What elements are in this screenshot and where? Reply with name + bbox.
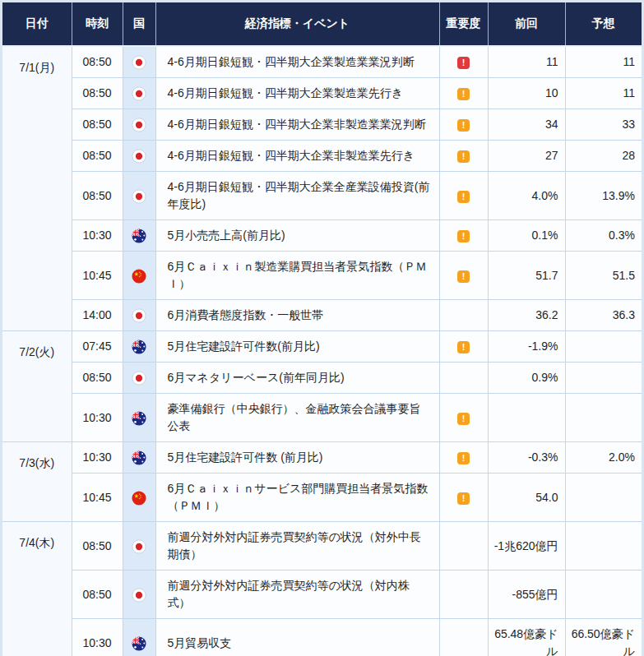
japan-flag-icon	[132, 539, 146, 554]
forecast-cell: 51.5	[565, 252, 642, 300]
country-cell	[123, 78, 155, 109]
forecast-cell: 28	[565, 141, 642, 172]
table-row: 10:45 6月Ｃａｉｘｉｎサービス部門購買担当者景気指数（ＰＭＩ） ! 54.…	[2, 474, 642, 522]
previous-cell: -0.3%	[488, 442, 565, 474]
importance-icon: !	[457, 150, 470, 163]
event-cell: 豪準備銀行（中央銀行）、金融政策会合議事要旨公表	[155, 394, 439, 442]
forecast-cell: 11	[565, 78, 642, 109]
table-row: 08:50 4-6月期日銀短観・四半期大企業全産業設備投資(前年度比) ! 4.…	[2, 172, 642, 220]
table-row: 7/4(木) 08:50 前週分対外対内証券売買契約等の状況（対外中長期債） !…	[2, 522, 642, 571]
header-importance: 重要度	[439, 2, 488, 46]
event-cell: 6月マネタリーベース(前年同月比)	[155, 363, 439, 394]
time-cell: 08:50	[72, 522, 123, 571]
country-cell	[123, 442, 155, 474]
country-flag-icon	[132, 85, 146, 99]
importance-cell: !	[439, 619, 488, 656]
country-flag-icon	[132, 307, 146, 321]
time-cell: 10:30	[72, 442, 123, 474]
country-cell	[123, 300, 155, 331]
forecast-cell	[565, 394, 642, 442]
time-cell: 14:00	[72, 300, 123, 331]
importance-cell: !	[439, 571, 488, 619]
importance-icon: !	[457, 492, 470, 505]
country-flag-icon	[132, 635, 146, 649]
previous-cell: 0.9%	[488, 363, 565, 394]
table-row: 08:50 6月マネタリーベース(前年同月比) ! 0.9%	[2, 363, 642, 394]
china-flag-icon	[132, 491, 146, 506]
country-cell	[123, 522, 155, 571]
table-row: 08:50 前週分対外対内証券売買契約等の状況（対内株式） ! -855億円	[2, 571, 642, 619]
country-flag-icon	[132, 449, 146, 464]
japan-flag-icon	[132, 55, 146, 70]
australia-flag-icon	[132, 411, 146, 426]
importance-cell: !	[439, 394, 488, 442]
australia-flag-icon	[132, 229, 146, 243]
importance-cell: !	[439, 363, 488, 394]
japan-flag-icon	[132, 588, 146, 603]
forecast-cell	[565, 474, 642, 522]
country-flag-icon	[132, 53, 146, 68]
importance-icon: !	[457, 452, 470, 464]
importance-cell: !	[439, 522, 488, 571]
time-cell: 07:45	[72, 331, 123, 363]
previous-cell: 65.48億豪ドル	[488, 619, 565, 656]
previous-cell: 27	[488, 141, 565, 172]
importance-icon: !	[457, 270, 470, 283]
header-row: 日付 時刻 国 経済指標・イベント 重要度 前回 予想	[2, 2, 642, 46]
japan-flag-icon	[132, 308, 146, 323]
table-row: 14:00 6月消費者態度指数・一般世帯 ! 36.2 36.3	[2, 300, 642, 331]
event-cell: 6月消費者態度指数・一般世帯	[155, 300, 439, 331]
forecast-cell: 11	[565, 46, 642, 78]
table-row: 7/3(水) 10:30 5月住宅建設許可件数 (前月比) ! -0.3% 2.…	[2, 442, 642, 474]
table-row: 10:45 6月Ｃａｉｘｉｎ製造業購買担当者景気指数（ＰＭＩ） ! 51.7 5…	[2, 252, 642, 300]
previous-cell: -1.9%	[488, 331, 565, 363]
time-cell: 08:50	[72, 172, 123, 220]
importance-icon: !	[457, 341, 470, 353]
australia-flag-icon	[132, 450, 146, 465]
previous-cell: 4.0%	[488, 172, 565, 220]
forecast-cell: 36.3	[565, 300, 642, 331]
table-row: 08:50 4-6月期日銀短観・四半期大企業非製造業業況判断 ! 34 33	[2, 109, 642, 141]
forecast-cell: 13.9%	[565, 172, 642, 220]
forecast-cell: 0.3%	[565, 220, 642, 252]
importance-cell: !	[439, 442, 488, 474]
time-cell: 10:45	[72, 252, 123, 300]
previous-cell: 54.0	[488, 474, 565, 522]
event-cell: 4-6月期日銀短観・四半期大企業非製造業業況判断	[155, 109, 439, 141]
japan-flag-icon	[132, 189, 146, 204]
country-cell	[123, 46, 155, 78]
country-flag-icon	[132, 116, 146, 131]
date-cell: 7/4(木)	[2, 522, 72, 656]
event-cell: 5月貿易収支	[155, 619, 439, 656]
previous-cell: 0.1%	[488, 220, 565, 252]
table-row: 10:30 5月小売売上高(前月比) ! 0.1% 0.3%	[2, 220, 642, 252]
time-cell: 08:50	[72, 78, 123, 109]
forecast-cell	[565, 571, 642, 619]
japan-flag-icon	[132, 371, 146, 386]
japan-flag-icon	[132, 86, 146, 101]
header-date: 日付	[2, 2, 72, 46]
country-cell	[123, 619, 155, 656]
importance-cell: !	[439, 172, 488, 220]
header-time: 時刻	[72, 2, 123, 46]
australia-flag-icon	[132, 340, 146, 354]
time-cell: 10:30	[72, 220, 123, 252]
header-country: 国	[123, 2, 155, 46]
country-cell	[123, 109, 155, 141]
table-row: 08:50 4-6月期日銀短観・四半期大企業製造業先行き ! 10 11	[2, 78, 642, 109]
economic-calendar-table: 日付 時刻 国 経済指標・イベント 重要度 前回 予想 7/1(月) 08:50…	[2, 2, 642, 656]
forecast-cell: 66.50億豪ドル	[565, 619, 642, 656]
importance-cell: !	[439, 46, 488, 78]
importance-icon: !	[457, 191, 470, 203]
event-cell: 前週分対外対内証券売買契約等の状況（対内株式）	[155, 571, 439, 619]
country-flag-icon	[132, 227, 146, 242]
event-cell: 5月小売売上高(前月比)	[155, 220, 439, 252]
header-previous: 前回	[488, 2, 565, 46]
table-row: 10:30 豪準備銀行（中央銀行）、金融政策会合議事要旨公表 !	[2, 394, 642, 442]
time-cell: 10:30	[72, 619, 123, 656]
forecast-cell	[565, 522, 642, 571]
japan-flag-icon	[132, 118, 146, 132]
previous-cell: -1兆620億円	[488, 522, 565, 571]
country-cell	[123, 363, 155, 394]
event-cell: 4-6月期日銀短観・四半期大企業製造業先行き	[155, 78, 439, 109]
